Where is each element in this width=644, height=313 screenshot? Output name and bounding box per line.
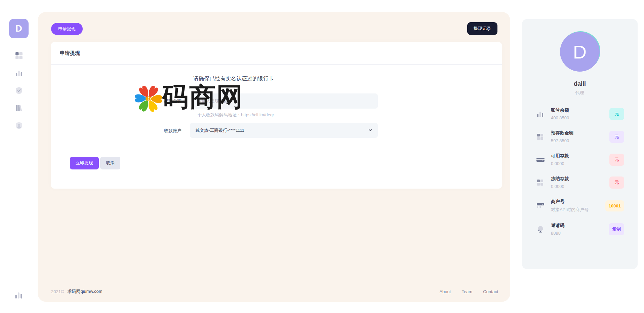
stat-value: 8888 — [551, 231, 609, 236]
bank-card-notice: 请确保已经有实名认证过的银行卡 — [193, 75, 274, 82]
page: D — [0, 0, 644, 313]
footer-links: About Team Contact — [439, 289, 498, 294]
shield-user-icon[interactable] — [14, 121, 24, 130]
stat-label: 账号余额 — [551, 107, 609, 113]
stat-label: 预存款金额 — [551, 130, 609, 136]
stat-row-balance: 账号余额 400.8500 元 — [536, 107, 624, 120]
card-body: 请确保已经有实名认证过的银行卡 提现金额 个人收款码解码地址：https://c… — [51, 65, 502, 188]
card-title: 申请提现 — [60, 50, 80, 56]
stat-label: 商户号 — [551, 199, 605, 205]
terminal-icon — [536, 201, 546, 210]
profile-role: 代理 — [522, 90, 638, 96]
footer: 2021© 求码网qiumw.com About Team Contact — [51, 288, 498, 295]
cancel-button[interactable]: 取消 — [100, 157, 120, 169]
withdraw-card: 申请提现 请确保已经有实名认证过的银行卡 提现金额 个人收款码解码地址：http… — [51, 42, 502, 189]
stat-row-frozen: 冻结存款 0.0000 元 — [536, 176, 624, 189]
card-header: 申请提现 — [51, 42, 502, 65]
stat-label: 冻结存款 — [551, 176, 609, 182]
decode-hint-text: 个人收款码解码地址： — [197, 112, 241, 117]
unit-badge: 元 — [609, 131, 624, 143]
stat-row-prepaid: 预存款金额 597.8500 元 — [536, 130, 624, 143]
footer-link-contact[interactable]: Contact — [483, 289, 498, 294]
submit-withdraw-button[interactable]: 立即提现 — [70, 157, 99, 169]
footer-link-team[interactable]: Team — [461, 289, 472, 294]
apply-withdraw-button[interactable]: 申请提现 — [51, 23, 83, 35]
account-select-wrap: 戴文杰-工商银行-****1111 — [190, 123, 378, 138]
account-select[interactable]: 戴文杰-工商银行-****1111 — [190, 123, 378, 138]
profile-stats: 账号余额 400.8500 元 预存款金额 597.8500 — [522, 107, 638, 236]
bar-chart-icon — [536, 110, 546, 118]
withdraw-records-button[interactable]: 提现记录 — [467, 22, 497, 35]
profile-panel: D daili 代理 账号余额 400.8500 元 — [522, 19, 638, 269]
stat-label: 可用存款 — [551, 153, 609, 159]
account-label: 收款账户 — [138, 128, 182, 134]
footer-link-about[interactable]: About — [439, 289, 451, 294]
sidebar-nav — [0, 51, 38, 130]
grid-icon — [536, 133, 546, 141]
dashboard-grid-icon[interactable] — [14, 51, 24, 60]
profile-avatar: D — [560, 32, 600, 72]
amount-label: 提现金额 — [138, 98, 182, 104]
unit-badge: 元 — [609, 108, 624, 120]
shield-check-icon[interactable] — [14, 86, 24, 95]
stat-row-available: 可用存款 0.0000 元 — [536, 153, 624, 166]
unit-badge: 元 — [609, 154, 624, 166]
stat-value: 400.8500 — [551, 115, 609, 120]
stat-row-merchant: 商户号 对接API时的商户号 10001 — [536, 199, 624, 213]
brand-avatar[interactable]: D — [9, 19, 29, 38]
credit-card-icon — [536, 156, 546, 164]
decode-hint-link[interactable]: https://cli.im/deqr — [241, 112, 274, 117]
merchant-id-badge: 10001 — [605, 200, 624, 211]
grid-icon — [536, 179, 546, 187]
stat-value: 对接API时的商户号 — [551, 207, 605, 213]
library-icon[interactable] — [14, 104, 24, 113]
footer-year: 2021© — [51, 289, 64, 294]
amount-input[interactable] — [192, 93, 378, 109]
profile-name: daili — [522, 80, 638, 87]
stat-value: 0.0000 — [551, 161, 609, 166]
stat-row-invite: 邀请码 8888 复制 — [536, 223, 624, 236]
globe-icon — [536, 225, 546, 234]
copy-invite-button[interactable]: 复制 — [609, 223, 624, 235]
bottom-bar-chart-icon[interactable] — [14, 290, 23, 300]
bar-chart-icon[interactable] — [14, 69, 24, 78]
stat-label: 邀请码 — [551, 223, 609, 229]
left-sidebar: D — [0, 0, 38, 313]
unit-badge: 元 — [609, 177, 624, 189]
decode-hint: 个人收款码解码地址：https://cli.im/deqr — [197, 112, 274, 118]
form-divider — [60, 149, 493, 149]
footer-site-link[interactable]: 求码网qiumw.com — [68, 288, 103, 295]
main-content: 申请提现 提现记录 申请提现 请确保已经有实名认证过的银行卡 提现金额 个人收款… — [38, 12, 510, 302]
stat-value: 597.8500 — [551, 138, 609, 143]
stat-value: 0.0000 — [551, 184, 609, 189]
